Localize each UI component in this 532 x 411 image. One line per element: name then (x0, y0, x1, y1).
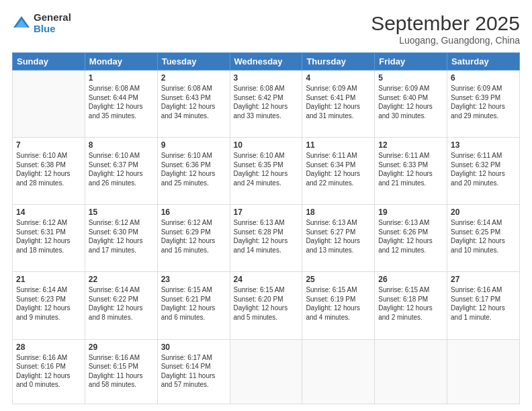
logo-blue-text: Blue (34, 24, 71, 35)
day-number: 30 (161, 342, 226, 352)
calendar-cell: 19Sunrise: 6:13 AM Sunset: 6:26 PM Dayli… (375, 205, 447, 272)
day-info: Sunrise: 6:17 AM Sunset: 6:14 PM Dayligh… (161, 353, 226, 390)
calendar-cell: 29Sunrise: 6:16 AM Sunset: 6:15 PM Dayli… (85, 339, 157, 404)
day-number: 28 (16, 342, 81, 352)
calendar-cell: 10Sunrise: 6:10 AM Sunset: 6:35 PM Dayli… (230, 138, 302, 205)
day-info: Sunrise: 6:12 AM Sunset: 6:31 PM Dayligh… (16, 218, 81, 255)
page: General Blue September 2025 Luogang, Gua… (0, 0, 532, 411)
day-info: Sunrise: 6:16 AM Sunset: 6:15 PM Dayligh… (89, 353, 154, 390)
calendar-cell: 3Sunrise: 6:08 AM Sunset: 6:42 PM Daylig… (230, 71, 302, 138)
day-number: 13 (451, 140, 516, 150)
calendar-cell: 20Sunrise: 6:14 AM Sunset: 6:25 PM Dayli… (447, 205, 520, 272)
day-info: Sunrise: 6:15 AM Sunset: 6:18 PM Dayligh… (378, 285, 443, 322)
calendar-cell: 12Sunrise: 6:11 AM Sunset: 6:33 PM Dayli… (375, 138, 447, 205)
day-info: Sunrise: 6:12 AM Sunset: 6:29 PM Dayligh… (161, 218, 226, 255)
calendar-cell: 2Sunrise: 6:08 AM Sunset: 6:43 PM Daylig… (157, 71, 230, 138)
day-info: Sunrise: 6:08 AM Sunset: 6:43 PM Dayligh… (161, 84, 226, 120)
day-number: 17 (234, 208, 299, 217)
day-number: 4 (306, 73, 371, 83)
calendar-cell: 8Sunrise: 6:10 AM Sunset: 6:37 PM Daylig… (85, 138, 157, 205)
day-info: Sunrise: 6:15 AM Sunset: 6:19 PM Dayligh… (306, 285, 371, 322)
day-info: Sunrise: 6:15 AM Sunset: 6:20 PM Dayligh… (234, 285, 299, 322)
calendar-cell: 26Sunrise: 6:15 AM Sunset: 6:18 PM Dayli… (375, 272, 447, 339)
calendar-cell: 1Sunrise: 6:08 AM Sunset: 6:44 PM Daylig… (85, 71, 157, 138)
day-number: 7 (16, 140, 81, 150)
calendar-cell (302, 339, 375, 404)
calendar-cell: 21Sunrise: 6:14 AM Sunset: 6:23 PM Dayli… (13, 272, 85, 339)
day-number: 10 (234, 140, 299, 150)
day-number: 21 (16, 275, 81, 284)
day-number: 3 (234, 73, 299, 83)
header-saturday: Saturday (447, 53, 520, 71)
day-info: Sunrise: 6:09 AM Sunset: 6:40 PM Dayligh… (378, 84, 443, 120)
day-info: Sunrise: 6:13 AM Sunset: 6:27 PM Dayligh… (306, 218, 371, 255)
day-info: Sunrise: 6:16 AM Sunset: 6:16 PM Dayligh… (16, 353, 81, 390)
calendar-cell (447, 339, 520, 404)
day-info: Sunrise: 6:14 AM Sunset: 6:25 PM Dayligh… (451, 218, 516, 255)
logo-general-text: General (34, 12, 71, 24)
day-number: 26 (378, 275, 443, 284)
logo-icon (12, 14, 31, 33)
day-number: 18 (306, 208, 371, 217)
calendar-table: SundayMondayTuesdayWednesdayThursdayFrid… (12, 52, 520, 404)
day-number: 2 (161, 73, 226, 83)
day-info: Sunrise: 6:13 AM Sunset: 6:26 PM Dayligh… (378, 218, 443, 255)
day-number: 14 (16, 208, 81, 217)
day-number: 15 (89, 208, 154, 217)
day-info: Sunrise: 6:14 AM Sunset: 6:22 PM Dayligh… (89, 285, 154, 322)
calendar-cell: 6Sunrise: 6:09 AM Sunset: 6:39 PM Daylig… (447, 71, 520, 138)
day-number: 9 (161, 140, 226, 150)
header-wednesday: Wednesday (230, 53, 302, 71)
day-number: 25 (306, 275, 371, 284)
logo: General Blue (12, 12, 71, 34)
day-info: Sunrise: 6:16 AM Sunset: 6:17 PM Dayligh… (451, 285, 516, 322)
calendar-cell: 11Sunrise: 6:11 AM Sunset: 6:34 PM Dayli… (302, 138, 375, 205)
logo-text: General Blue (34, 12, 71, 34)
calendar-cell (230, 339, 302, 404)
location: Luogang, Guangdong, China (371, 35, 520, 46)
month-title: September 2025 (371, 12, 520, 35)
week-row-2: 14Sunrise: 6:12 AM Sunset: 6:31 PM Dayli… (13, 205, 520, 272)
day-number: 16 (161, 208, 226, 217)
week-row-1: 7Sunrise: 6:10 AM Sunset: 6:38 PM Daylig… (13, 138, 520, 205)
day-number: 23 (161, 275, 226, 284)
day-number: 11 (306, 140, 371, 150)
day-info: Sunrise: 6:10 AM Sunset: 6:36 PM Dayligh… (161, 151, 226, 187)
calendar-header-row: SundayMondayTuesdayWednesdayThursdayFrid… (13, 53, 520, 71)
day-number: 6 (451, 73, 516, 83)
day-info: Sunrise: 6:11 AM Sunset: 6:34 PM Dayligh… (306, 151, 371, 187)
title-block: September 2025 Luogang, Guangdong, China (371, 12, 520, 46)
day-number: 20 (451, 208, 516, 217)
calendar-cell: 5Sunrise: 6:09 AM Sunset: 6:40 PM Daylig… (375, 71, 447, 138)
day-info: Sunrise: 6:08 AM Sunset: 6:44 PM Dayligh… (89, 84, 154, 120)
day-info: Sunrise: 6:09 AM Sunset: 6:41 PM Dayligh… (306, 84, 371, 120)
week-row-4: 28Sunrise: 6:16 AM Sunset: 6:16 PM Dayli… (13, 339, 520, 404)
header-friday: Friday (375, 53, 447, 71)
day-info: Sunrise: 6:10 AM Sunset: 6:35 PM Dayligh… (234, 151, 299, 187)
day-number: 27 (451, 275, 516, 284)
calendar-cell: 22Sunrise: 6:14 AM Sunset: 6:22 PM Dayli… (85, 272, 157, 339)
day-info: Sunrise: 6:10 AM Sunset: 6:38 PM Dayligh… (16, 151, 81, 187)
day-number: 8 (89, 140, 154, 150)
calendar-cell: 4Sunrise: 6:09 AM Sunset: 6:41 PM Daylig… (302, 71, 375, 138)
calendar-cell (375, 339, 447, 404)
week-row-3: 21Sunrise: 6:14 AM Sunset: 6:23 PM Dayli… (13, 272, 520, 339)
day-number: 29 (89, 342, 154, 352)
calendar-cell: 16Sunrise: 6:12 AM Sunset: 6:29 PM Dayli… (157, 205, 230, 272)
calendar-cell: 23Sunrise: 6:15 AM Sunset: 6:21 PM Dayli… (157, 272, 230, 339)
day-info: Sunrise: 6:12 AM Sunset: 6:30 PM Dayligh… (89, 218, 154, 255)
day-info: Sunrise: 6:13 AM Sunset: 6:28 PM Dayligh… (234, 218, 299, 255)
calendar-cell: 25Sunrise: 6:15 AM Sunset: 6:19 PM Dayli… (302, 272, 375, 339)
header: General Blue September 2025 Luogang, Gua… (12, 12, 520, 46)
calendar-cell: 28Sunrise: 6:16 AM Sunset: 6:16 PM Dayli… (13, 339, 85, 404)
calendar-cell (13, 71, 85, 138)
header-sunday: Sunday (13, 53, 85, 71)
calendar-cell: 13Sunrise: 6:11 AM Sunset: 6:32 PM Dayli… (447, 138, 520, 205)
calendar-cell: 17Sunrise: 6:13 AM Sunset: 6:28 PM Dayli… (230, 205, 302, 272)
calendar-cell: 18Sunrise: 6:13 AM Sunset: 6:27 PM Dayli… (302, 205, 375, 272)
day-info: Sunrise: 6:11 AM Sunset: 6:33 PM Dayligh… (378, 151, 443, 187)
header-monday: Monday (85, 53, 157, 71)
day-info: Sunrise: 6:15 AM Sunset: 6:21 PM Dayligh… (161, 285, 226, 322)
calendar-cell: 27Sunrise: 6:16 AM Sunset: 6:17 PM Dayli… (447, 272, 520, 339)
day-number: 22 (89, 275, 154, 284)
